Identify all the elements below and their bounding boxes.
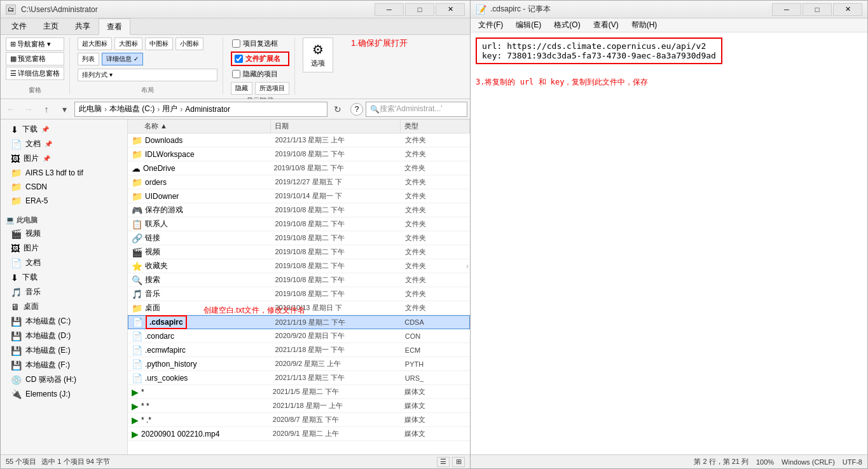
- notepad-content[interactable]: url: https://cds.climate.copernicus.eu/a…: [471, 32, 867, 454]
- list-view-toggle[interactable]: ☰: [437, 457, 450, 467]
- search-box[interactable]: 🔍 搜索'Administrat...': [366, 102, 467, 117]
- tab-home[interactable]: 主页: [35, 18, 67, 34]
- file-row[interactable]: 🎵 音乐 2019/10/8 星期二 下午 文件夹: [128, 287, 470, 301]
- drive-f-icon: 💾: [11, 360, 22, 370]
- small-icon-btn[interactable]: 小图标: [176, 37, 203, 50]
- item-checkbox[interactable]: [232, 39, 240, 48]
- notepad-close-button[interactable]: ✕: [833, 3, 862, 16]
- sidebar-item-download[interactable]: ⬇ 下载 📌: [1, 122, 127, 137]
- file-row[interactable]: 📄 .urs_cookies 2021/1/13 星期三 下午 URS_: [128, 371, 470, 385]
- file-row[interactable]: 🔗 链接 2019/10/8 星期二 下午 文件夹: [128, 231, 470, 245]
- file-row[interactable]: 📋 联系人 2019/10/8 星期二 下午 文件夹: [128, 217, 470, 231]
- sidebar-item-era5[interactable]: 📁 ERA-5: [1, 194, 127, 208]
- details-pane-btn[interactable]: ☰ 详细信息窗格: [6, 67, 64, 80]
- file-row[interactable]: 📁 UIDowner 2019/10/14 星期一 下 文件夹: [128, 189, 470, 203]
- sidebar-item-airs[interactable]: 📁 AIRS L3 hdf to tif: [1, 166, 127, 180]
- hidden-items-checkbox[interactable]: [232, 70, 240, 78]
- file-row[interactable]: ▶ * * 2021/1/18 星期一 上午 媒体文: [128, 399, 470, 413]
- sidebar-item-documents[interactable]: 📄 文档 📌: [1, 137, 127, 151]
- file-type: 文件夹: [405, 275, 470, 285]
- window-controls[interactable]: ─ □ ✕: [375, 3, 465, 16]
- file-row[interactable]: 📄 .condarc 2020/9/20 星期日 下午 CON: [128, 329, 470, 343]
- breadcrumb-c[interactable]: 本地磁盘 (C:): [109, 104, 155, 114]
- file-row[interactable]: 📄 .ecmwfapirc 2021/1/18 星期一 下午 ECM: [128, 343, 470, 357]
- file-row[interactable]: ▶ * .* 2020/8/7 星期五 下午 媒体文: [128, 413, 470, 427]
- notepad-row-col: 第 2 行，第 21 列: [694, 457, 748, 466]
- tab-file[interactable]: 文件: [3, 18, 35, 34]
- up-button[interactable]: ↑: [39, 102, 54, 117]
- file-row[interactable]: 📄 .python_history 2020/9/2 星期三 上午 PYTH: [128, 357, 470, 371]
- sidebar-item-csdn[interactable]: 📁 CSDN: [1, 180, 127, 194]
- options-btn[interactable]: ⚙ 选项: [303, 37, 333, 72]
- sidebar-item-pics[interactable]: 🖼 图片: [1, 241, 127, 255]
- hide-btn[interactable]: 隐藏: [231, 82, 252, 95]
- sidebar-item-pictures[interactable]: 🖼 图片 📌: [1, 151, 127, 166]
- sidebar-item-h[interactable]: 💿 CD 驱动器 (H:): [1, 372, 127, 387]
- nav-pane-btn[interactable]: ⊞ 导航窗格 ▾: [6, 37, 64, 51]
- file-row[interactable]: ▶ * 2021/1/5 星期二 下午 媒体文: [128, 385, 470, 399]
- sidebar-item-d[interactable]: 💾 本地磁盘 (D:): [1, 329, 127, 343]
- annotation-text-1: 1.确保扩展打开: [351, 37, 408, 49]
- sidebar-item-video[interactable]: 🎬 视频: [1, 226, 127, 241]
- title-bar-icons: 🗂: [6, 4, 16, 15]
- file-row[interactable]: ⭐ 收藏夹 2019/10/8 星期二 下午 文件夹 ›: [128, 259, 470, 273]
- minimize-button[interactable]: ─: [375, 3, 404, 16]
- menu-view[interactable]: 查看(V): [591, 18, 621, 32]
- hidden-items-label[interactable]: 隐藏的项目: [231, 68, 289, 80]
- sidebar-item-e[interactable]: 💾 本地磁盘 (E:): [1, 343, 127, 358]
- menu-help[interactable]: 帮助(H): [629, 18, 660, 32]
- sidebar-item-f[interactable]: 💾 本地磁盘 (F:): [1, 358, 127, 372]
- sidebar-item-desktop[interactable]: 🖥 桌面: [1, 299, 127, 314]
- tab-share[interactable]: 共享: [67, 18, 99, 34]
- maximize-button[interactable]: □: [405, 3, 434, 16]
- sidebar-item-j[interactable]: 🔌 Elements (J:): [1, 387, 127, 401]
- breadcrumb-admin[interactable]: Administrator: [185, 105, 230, 114]
- file-row[interactable]: 📁 orders 2019/12/27 星期五 下 文件夹: [128, 175, 470, 189]
- breadcrumb-pc[interactable]: 此电脑: [79, 104, 102, 114]
- col-header-type[interactable]: 类型: [401, 119, 470, 133]
- grid-view-toggle[interactable]: ⊞: [452, 457, 465, 467]
- forward-button[interactable]: →: [21, 102, 36, 117]
- medium-icon-btn[interactable]: 中图标: [145, 37, 173, 50]
- sort-by-btn[interactable]: 排列方式 ▾: [78, 69, 217, 81]
- file-row[interactable]: 📁 Downloads 2021/1/13 星期三 上午 文件夹: [128, 133, 470, 147]
- sidebar-item-dl[interactable]: ⬇ 下载: [1, 270, 127, 285]
- back-button[interactable]: ←: [3, 102, 18, 117]
- notepad-maximize-button[interactable]: □: [803, 3, 832, 16]
- file-row[interactable]: 📁 桌面 2019/10/13 星期日 下 文件夹: [128, 301, 470, 315]
- notepad-window-controls[interactable]: ─ □ ✕: [772, 3, 862, 16]
- file-row[interactable]: 🎮 保存的游戏 2019/10/8 星期二 下午 文件夹: [128, 203, 470, 217]
- item-checkbox-label[interactable]: 项目复选框: [231, 37, 289, 50]
- recent-button[interactable]: ▾: [57, 102, 72, 117]
- file-row[interactable]: ▶ 20200901 002210.mp4 2020/9/1 星期二 上午 媒体…: [128, 427, 470, 441]
- list-btn[interactable]: 列表: [78, 53, 99, 65]
- sidebar-item-docs[interactable]: 📄 文档: [1, 255, 127, 270]
- file-row[interactable]: ☁ OneDrive 2019/10/8 星期二 下午 文件夹: [128, 161, 470, 175]
- large-icon-btn[interactable]: 大图标: [114, 37, 142, 50]
- tab-view[interactable]: 查看: [99, 18, 130, 35]
- close-button[interactable]: ✕: [436, 3, 465, 16]
- notepad-zoom: 100%: [756, 458, 774, 466]
- details-btn[interactable]: 详细信息 ✓: [102, 53, 143, 65]
- preview-pane-btn[interactable]: ▦ 预览窗格: [6, 52, 64, 65]
- cdsapirc-row[interactable]: 📄 .cdsapirc 2021/1/19 星期二 下午 CDSA: [128, 315, 470, 329]
- file-ext-label[interactable]: 文件扩展名: [231, 51, 289, 66]
- breadcrumb[interactable]: 此电脑 › 本地磁盘 (C:) › 用户 › Administrator: [74, 102, 327, 117]
- col-header-name[interactable]: 名称 ▲: [128, 119, 271, 133]
- menu-format[interactable]: 格式(O): [551, 18, 582, 32]
- notepad-minimize-button[interactable]: ─: [772, 3, 801, 16]
- selected-items-btn[interactable]: 所选项目: [255, 82, 289, 95]
- menu-file[interactable]: 文件(F): [476, 18, 506, 32]
- col-header-date[interactable]: 日期: [271, 119, 401, 133]
- extra-large-icon-btn[interactable]: 超大图标: [78, 37, 112, 50]
- sidebar-item-c[interactable]: 💾 本地磁盘 (C:): [1, 314, 127, 329]
- refresh-button[interactable]: ↻: [330, 102, 345, 117]
- file-ext-checkbox[interactable]: [235, 55, 243, 63]
- sidebar-item-music[interactable]: 🎵 音乐: [1, 285, 127, 299]
- help-button[interactable]: ?: [350, 103, 363, 116]
- file-row[interactable]: 📁 IDLWorkspace 2019/10/8 星期二 下午 文件夹: [128, 147, 470, 161]
- file-row[interactable]: 🎬 视频 2019/10/8 星期二 下午 文件夹: [128, 245, 470, 259]
- menu-edit[interactable]: 编辑(E): [513, 18, 544, 32]
- breadcrumb-users[interactable]: 用户: [162, 104, 177, 114]
- file-row[interactable]: 🔍 搜索 2019/10/8 星期二 下午 文件夹 创建空白.txt文件，修改文…: [128, 273, 470, 287]
